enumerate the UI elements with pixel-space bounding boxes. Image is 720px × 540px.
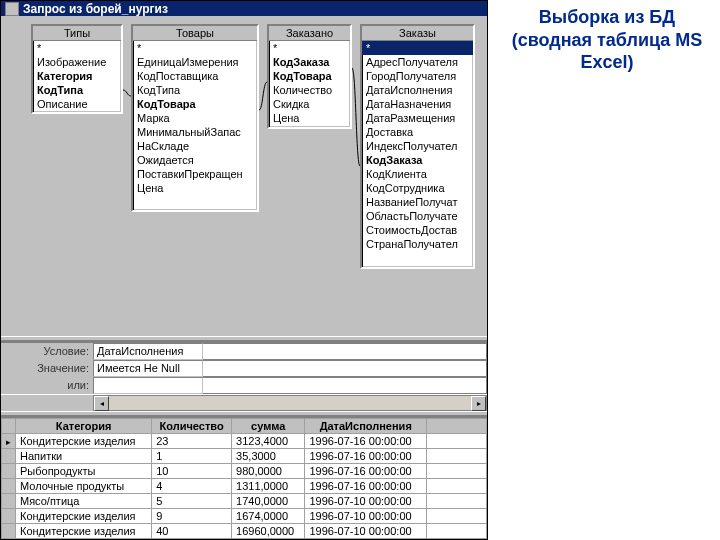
- relationships-area[interactable]: Типы*ИзображениеКатегорияКодТипаОписание…: [1, 16, 487, 336]
- criteria-filler[interactable]: [203, 343, 487, 360]
- field-row[interactable]: Скидка: [269, 97, 350, 111]
- field-row[interactable]: КодКлиента: [362, 167, 473, 181]
- field-row[interactable]: КодЗаказа: [269, 55, 350, 69]
- row-selector[interactable]: [2, 479, 16, 494]
- grid-cell[interactable]: Рыбопродукты: [16, 464, 152, 479]
- field-row[interactable]: Изображение: [33, 55, 121, 69]
- field-row[interactable]: НазваниеПолучат: [362, 195, 473, 209]
- field-row[interactable]: ДатаИсполнения: [362, 83, 473, 97]
- column-header[interactable]: Количество: [152, 419, 232, 434]
- row-selector[interactable]: [2, 509, 16, 524]
- field-row[interactable]: Цена: [133, 181, 257, 195]
- field-row[interactable]: ЕдиницаИзмерения: [133, 55, 257, 69]
- grid-cell[interactable]: 4: [152, 479, 232, 494]
- field-row[interactable]: КодПоставщика: [133, 69, 257, 83]
- grid-cell[interactable]: 40: [152, 524, 232, 539]
- column-header[interactable]: Категория: [16, 419, 152, 434]
- row-selector-header[interactable]: [2, 419, 16, 434]
- row-selector[interactable]: [2, 494, 16, 509]
- field-row[interactable]: НаСкладе: [133, 139, 257, 153]
- grid-cell[interactable]: 1996-07-10 00:00:00: [305, 524, 427, 539]
- tablebox-header[interactable]: Товары: [133, 26, 257, 41]
- grid-cell[interactable]: Мясо/птица: [16, 494, 152, 509]
- tablebox-tovary[interactable]: Товары*ЕдиницаИзмеренияКодПоставщикаКодТ…: [131, 24, 259, 212]
- row-selector[interactable]: [2, 434, 16, 449]
- grid-cell[interactable]: 1996-07-16 00:00:00: [305, 479, 427, 494]
- field-row[interactable]: КодТовара: [133, 97, 257, 111]
- grid-cell[interactable]: 5: [152, 494, 232, 509]
- grid-cell[interactable]: 1996-07-10 00:00:00: [305, 494, 427, 509]
- criteria-filler[interactable]: [203, 377, 487, 394]
- field-row[interactable]: КодЗаказа: [362, 153, 473, 167]
- tablebox-tipy[interactable]: Типы*ИзображениеКатегорияКодТипаОписание: [31, 24, 123, 114]
- scroll-right-icon[interactable]: ▸: [471, 396, 486, 411]
- grid-cell[interactable]: 1674,0000: [232, 509, 305, 524]
- grid-cell[interactable]: 1: [152, 449, 232, 464]
- grid-cell[interactable]: 1996-07-16 00:00:00: [305, 449, 427, 464]
- grid-cell[interactable]: 1996-07-16 00:00:00: [305, 464, 427, 479]
- field-row[interactable]: КодТовара: [269, 69, 350, 83]
- grid-cell[interactable]: Кондитерские изделия: [16, 524, 152, 539]
- titlebar[interactable]: Запрос из борей_нургиз: [1, 1, 487, 16]
- result-grid[interactable]: КатегорияКоличествосуммаДатаИсполненияКо…: [1, 416, 487, 539]
- field-row[interactable]: ИндексПолучател: [362, 139, 473, 153]
- grid-cell[interactable]: 980,0000: [232, 464, 305, 479]
- field-row[interactable]: МинимальныйЗапас: [133, 125, 257, 139]
- criteria-label-value: Значение:: [1, 360, 93, 377]
- field-row[interactable]: Марка: [133, 111, 257, 125]
- field-row[interactable]: *: [33, 41, 121, 55]
- field-row[interactable]: *: [362, 41, 473, 55]
- field-row[interactable]: Количество: [269, 83, 350, 97]
- tablebox-header[interactable]: Заказы: [362, 26, 473, 41]
- field-row[interactable]: ПоставкиПрекращен: [133, 167, 257, 181]
- criteria-hscroll[interactable]: ◂ ▸: [1, 394, 487, 411]
- grid-cell[interactable]: Кондитерские изделия: [16, 434, 152, 449]
- grid-cell[interactable]: 1996-07-10 00:00:00: [305, 509, 427, 524]
- grid-cell[interactable]: 16960,0000: [232, 524, 305, 539]
- grid-cell[interactable]: Кондитерские изделия: [16, 509, 152, 524]
- field-row[interactable]: Категория: [33, 69, 121, 83]
- row-selector[interactable]: [2, 464, 16, 479]
- scroll-left-icon[interactable]: ◂: [94, 396, 109, 411]
- field-row[interactable]: Описание: [33, 97, 121, 111]
- field-row[interactable]: Ожидается: [133, 153, 257, 167]
- tablebox-zakazy[interactable]: Заказы*АдресПолучателяГородПолучателяДат…: [360, 24, 475, 269]
- field-row[interactable]: СтранаПолучател: [362, 237, 473, 251]
- grid-cell[interactable]: Напитки: [16, 449, 152, 464]
- field-row[interactable]: КодТипа: [133, 83, 257, 97]
- criteria-filler[interactable]: [203, 360, 487, 377]
- field-row[interactable]: *: [269, 41, 350, 55]
- grid-cell[interactable]: 23: [152, 434, 232, 449]
- grid-cell[interactable]: 3123,4000: [232, 434, 305, 449]
- window-icon: [5, 2, 19, 16]
- field-row[interactable]: ДатаНазначения: [362, 97, 473, 111]
- field-row[interactable]: КодТипа: [33, 83, 121, 97]
- criteria-or-cell[interactable]: [93, 377, 203, 394]
- field-row[interactable]: АдресПолучателя: [362, 55, 473, 69]
- field-row[interactable]: ГородПолучателя: [362, 69, 473, 83]
- grid-cell[interactable]: 1311,0000: [232, 479, 305, 494]
- grid-cell[interactable]: Молочные продукты: [16, 479, 152, 494]
- tablebox-header[interactable]: Заказано: [269, 26, 350, 41]
- tablebox-header[interactable]: Типы: [33, 26, 121, 41]
- row-selector[interactable]: [2, 524, 16, 539]
- grid-cell[interactable]: 1740,0000: [232, 494, 305, 509]
- field-row[interactable]: ОбластьПолучате: [362, 209, 473, 223]
- criteria-value-cell[interactable]: Имеется Не Null: [93, 360, 203, 377]
- grid-cell[interactable]: 35,3000: [232, 449, 305, 464]
- grid-cell[interactable]: 10: [152, 464, 232, 479]
- field-row[interactable]: СтоимостьДостав: [362, 223, 473, 237]
- column-header[interactable]: сумма: [232, 419, 305, 434]
- grid-cell[interactable]: 1996-07-16 00:00:00: [305, 434, 427, 449]
- criteria-field-cell[interactable]: ДатаИсполнения: [93, 343, 203, 360]
- field-row[interactable]: Доставка: [362, 125, 473, 139]
- field-row[interactable]: ДатаРазмещения: [362, 111, 473, 125]
- grid-cell[interactable]: 9: [152, 509, 232, 524]
- field-row[interactable]: КодСотрудника: [362, 181, 473, 195]
- column-header[interactable]: ДатаИсполнения: [305, 419, 427, 434]
- field-row[interactable]: *: [133, 41, 257, 55]
- field-row[interactable]: Цена: [269, 111, 350, 125]
- tablebox-zakazano[interactable]: Заказано*КодЗаказаКодТовараКоличествоСки…: [267, 24, 352, 129]
- row-selector[interactable]: [2, 449, 16, 464]
- criteria-grid: Условие: ДатаИсполнения Значение: Имеетс…: [1, 341, 487, 411]
